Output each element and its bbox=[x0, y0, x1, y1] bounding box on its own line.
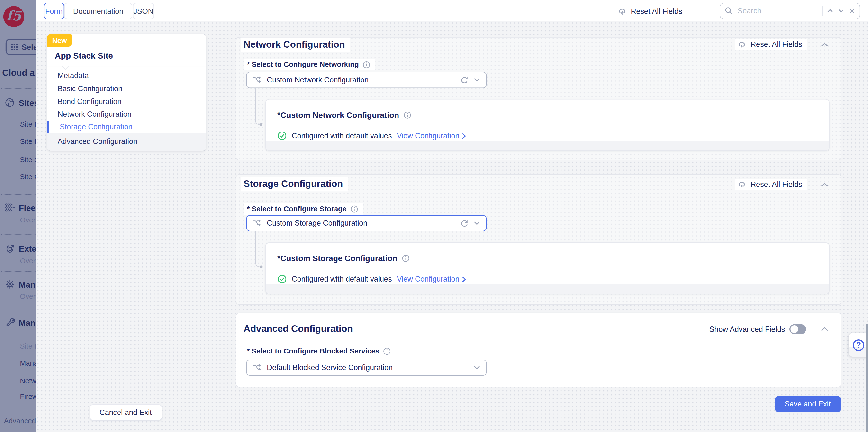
nav-item-metadata[interactable]: Metadata bbox=[47, 69, 206, 82]
divider bbox=[1, 271, 35, 271]
search-close-icon[interactable] bbox=[848, 7, 855, 14]
section-reset-label: Reset All Fields bbox=[750, 180, 802, 189]
chevron-down-icon[interactable] bbox=[473, 221, 481, 226]
sidebar-item-managed-k8s[interactable]: Man bbox=[19, 280, 35, 289]
search-prev-icon[interactable] bbox=[826, 7, 833, 14]
nav-item-basic-configuration[interactable]: Basic Configuration bbox=[47, 82, 206, 95]
help-button[interactable] bbox=[848, 333, 868, 357]
field-label-text: * Select to Configure Blocked Services bbox=[247, 347, 379, 355]
info-icon[interactable] bbox=[404, 111, 411, 119]
sidebar-item-external-overview[interactable]: Overv bbox=[20, 257, 36, 265]
sidebar-item-fleet-overview[interactable]: Overv bbox=[20, 215, 36, 224]
blocked-services-select[interactable]: Default Blocked Service Configuration bbox=[246, 360, 487, 375]
chevron-up-icon[interactable] bbox=[820, 42, 829, 47]
show-advanced-fields-toggle[interactable] bbox=[789, 324, 806, 334]
scrollbar-thumb[interactable] bbox=[866, 324, 868, 432]
status-text: Configured with default values bbox=[292, 275, 392, 283]
info-icon[interactable] bbox=[402, 255, 409, 262]
section-reset-button[interactable]: Reset All Fields bbox=[735, 179, 807, 190]
sidebar-item-site-l[interactable]: Site L bbox=[20, 137, 36, 145]
select-service-button[interactable]: Sele bbox=[6, 39, 36, 55]
save-and-exit-label: Save and Exit bbox=[784, 400, 831, 408]
status-row: Configured with default values View Conf… bbox=[277, 274, 466, 284]
tab-json[interactable]: JSON bbox=[133, 3, 154, 19]
one-of-branch-icon bbox=[252, 75, 262, 85]
cancel-and-exit-button[interactable]: Cancel and Exit bbox=[89, 404, 162, 420]
info-icon[interactable] bbox=[350, 205, 358, 213]
section-title: Storage Configuration bbox=[241, 177, 348, 191]
view-configuration-link[interactable]: View Configuration bbox=[397, 275, 466, 283]
nav-item-label: Bond Configuration bbox=[58, 97, 122, 105]
sidebar-item-fleet[interactable]: Flee bbox=[19, 203, 35, 212]
nested-card-title-text: *Custom Network Configuration bbox=[277, 111, 399, 120]
network-select[interactable]: Custom Network Configuration bbox=[246, 72, 487, 88]
nav-item-label: Network Configuration bbox=[58, 110, 132, 119]
save-and-exit-button[interactable]: Save and Exit bbox=[775, 396, 841, 412]
reset-all-fields-label: Reset All Fields bbox=[631, 7, 682, 15]
sidebar-item-management[interactable]: Mana bbox=[20, 359, 36, 367]
sidebar-advanced-toggle[interactable]: Advanced bbox=[4, 417, 36, 425]
nav-item-bond-configuration[interactable]: Bond Configuration bbox=[47, 95, 206, 108]
show-advanced-fields-label: Show Advanced Fields bbox=[709, 325, 785, 333]
sidebar-heading: Cloud a bbox=[2, 68, 35, 78]
view-configuration-label: View Configuration bbox=[397, 132, 459, 140]
nested-network-card: *Custom Network Configuration Configured… bbox=[265, 99, 830, 151]
storage-select[interactable]: Custom Storage Configuration bbox=[246, 215, 487, 231]
reset-all-fields-button[interactable]: Reset All Fields bbox=[618, 4, 682, 18]
field-label: * Select to Configure Storage bbox=[244, 203, 363, 215]
section-advanced-configuration: Advanced Configuration Show Advanced Fie… bbox=[236, 312, 841, 387]
tab-form-label: Form bbox=[45, 7, 63, 15]
tab-json-label: JSON bbox=[133, 7, 153, 15]
nav-item-label: Storage Configuration bbox=[60, 123, 132, 131]
chevron-up-icon[interactable] bbox=[820, 182, 829, 188]
connector-line bbox=[255, 231, 261, 267]
sidebar-item-firewall[interactable]: Firew bbox=[20, 392, 36, 400]
one-of-branch-icon bbox=[252, 219, 262, 228]
divider bbox=[1, 194, 35, 195]
sidebar-item-networking[interactable]: Netw bbox=[20, 377, 36, 385]
info-icon[interactable] bbox=[383, 347, 391, 355]
field-label: * Select to Configure Networking bbox=[244, 59, 375, 70]
divider bbox=[1, 408, 35, 408]
search-input[interactable] bbox=[737, 6, 818, 16]
tab-form[interactable]: Form bbox=[44, 3, 64, 19]
f5-logo: f5 bbox=[3, 6, 24, 27]
sidebar-item-managed-overview[interactable]: Overv bbox=[20, 292, 36, 300]
divider bbox=[1, 234, 35, 235]
section-reset-button[interactable]: Reset All Fields bbox=[735, 39, 807, 50]
chevron-up-icon[interactable] bbox=[820, 327, 829, 332]
tab-documentation[interactable]: Documentation bbox=[64, 3, 132, 19]
view-configuration-link[interactable]: View Configuration bbox=[397, 132, 466, 140]
section-title: Network Configuration bbox=[241, 38, 350, 52]
undo-icon bbox=[618, 7, 627, 15]
nav-item-label: Metadata bbox=[58, 71, 89, 80]
check-circle-icon bbox=[277, 274, 287, 284]
search-next-icon[interactable] bbox=[837, 7, 845, 14]
section-reset-label: Reset All Fields bbox=[750, 40, 802, 48]
chevron-down-icon[interactable] bbox=[473, 77, 481, 82]
globe-icon bbox=[5, 98, 14, 107]
grid-icon bbox=[10, 43, 18, 51]
status-row: Configured with default values View Conf… bbox=[277, 131, 466, 140]
nav-item-label: Advanced Configuration bbox=[58, 137, 137, 145]
nav-item-network-configuration[interactable]: Network Configuration bbox=[47, 108, 206, 121]
select-service-label: Sele bbox=[22, 42, 36, 51]
form-nav-panel: New App Stack Site Metadata Basic Config… bbox=[47, 34, 206, 151]
refresh-icon[interactable] bbox=[461, 219, 468, 227]
screen: f5 Sele Cloud a Sites Site M Site L Site… bbox=[0, 0, 868, 432]
sidebar-item-sites[interactable]: Sites bbox=[19, 98, 35, 107]
info-icon[interactable] bbox=[363, 61, 371, 68]
sidebar-item-manage[interactable]: Man bbox=[19, 318, 35, 328]
caret-notch bbox=[61, 62, 69, 70]
sidebar-item-site-c[interactable]: Site C bbox=[20, 173, 36, 181]
chevron-down-icon[interactable] bbox=[473, 365, 481, 370]
sidebar-item-site-m[interactable]: Site M bbox=[20, 120, 36, 128]
nav-item-storage-configuration[interactable]: Storage Configuration bbox=[47, 121, 206, 133]
nested-card-title-text: *Custom Storage Configuration bbox=[277, 254, 397, 263]
sidebar-item-site-s[interactable]: Site S bbox=[20, 155, 36, 164]
sidebar-item-site-instructions[interactable]: Site I bbox=[20, 342, 36, 350]
sidebar-item-external[interactable]: Exte bbox=[19, 244, 35, 253]
nav-item-advanced-configuration[interactable]: Advanced Configuration bbox=[47, 135, 206, 147]
refresh-icon[interactable] bbox=[461, 76, 468, 84]
network-select-value: Custom Network Configuration bbox=[267, 76, 369, 84]
